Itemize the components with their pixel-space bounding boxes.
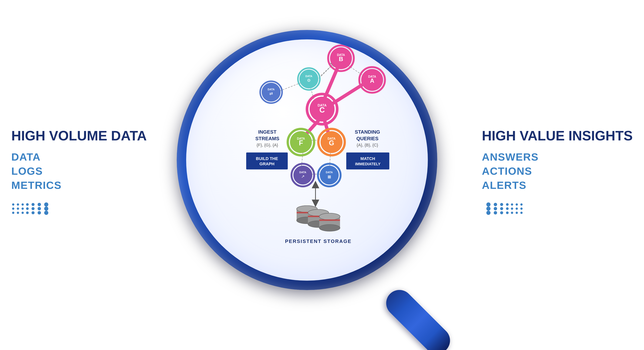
svg-point-102 [506,203,509,206]
svg-point-1 [17,203,19,206]
svg-text:B: B [339,56,343,62]
svg-text:STANDING: STANDING [355,129,380,135]
svg-text:GRAPH: GRAPH [260,162,274,166]
svg-rect-85 [319,219,340,221]
svg-text:A: A [370,77,374,84]
svg-point-99 [486,202,490,206]
svg-point-113 [486,211,490,215]
svg-text:DATA: DATA [268,88,274,91]
svg-point-20 [44,211,48,215]
svg-point-8 [17,207,19,210]
left-arrow-dots [11,201,53,218]
high-volume-title: HIGH VOLUME DATA [11,128,147,143]
svg-point-101 [500,203,503,206]
magnifier-inner-circle: DATA ⚙ DATA ⇄ DATA B DATA A [186,39,428,281]
svg-text:IMMEDIATELY: IMMEDIATELY [355,162,380,166]
svg-point-111 [516,207,518,210]
magnifier-container: DATA ⚙ DATA ⇄ DATA B DATA A [171,24,473,326]
left-items: DATA LOGS METRICS [11,151,147,191]
svg-point-17 [26,211,29,214]
svg-text:C: C [319,106,325,114]
svg-point-7 [12,207,14,210]
magnifier-handle [380,284,456,350]
svg-text:DATA: DATA [326,171,333,174]
svg-point-108 [500,207,503,210]
svg-point-12 [38,207,41,210]
svg-point-3 [26,203,29,206]
svg-point-18 [32,211,34,214]
svg-point-109 [506,207,509,210]
svg-point-83 [319,224,340,231]
right-items: ANSWERS ACTIONS ALERTS [482,151,633,191]
page-container: HIGH VOLUME DATA DATA LOGS METRICS [0,0,644,350]
svg-text:QUERIES: QUERIES [356,136,378,141]
svg-text:STREAMS: STREAMS [255,136,279,141]
svg-text:⚙: ⚙ [307,78,311,83]
svg-point-112 [520,207,522,210]
svg-text:BUILD THE: BUILD THE [256,156,278,161]
svg-point-84 [319,213,340,220]
svg-text:DATA: DATA [305,75,312,78]
svg-point-104 [516,203,518,206]
svg-point-11 [32,207,34,210]
svg-point-2 [22,203,24,206]
svg-point-119 [520,212,522,214]
right-item-actions: ACTIONS [482,165,633,177]
svg-point-19 [38,211,41,214]
svg-point-0 [12,203,14,206]
svg-rect-95 [346,153,389,170]
right-item-answers: ANSWERS [482,151,633,163]
graph-svg: DATA ⚙ DATA ⇄ DATA B DATA A [186,39,428,256]
svg-point-117 [511,212,513,214]
svg-rect-89 [246,153,288,170]
svg-point-100 [494,203,497,206]
svg-point-16 [22,212,24,214]
left-item-logs: LOGS [11,165,147,177]
svg-point-13 [44,206,48,211]
svg-text:MATCH: MATCH [360,156,375,161]
svg-text:{A}, {B}, {C}: {A}, {B}, {C} [357,143,378,147]
svg-point-103 [511,203,513,206]
svg-point-14 [12,212,14,214]
svg-point-10 [26,207,29,210]
left-item-data: DATA [11,151,147,163]
svg-text:F: F [299,139,303,147]
svg-point-115 [500,211,503,214]
svg-point-4 [32,203,34,206]
svg-text:PERSISTENT STORAGE: PERSISTENT STORAGE [285,238,352,244]
svg-point-110 [511,207,513,210]
right-arrow-dots [482,201,523,218]
left-panel: HIGH VOLUME DATA DATA LOGS METRICS [11,128,147,222]
svg-text:{F}, {G}, {A}: {F}, {G}, {A} [256,143,278,147]
right-item-alerts: ALERTS [482,179,633,191]
high-value-title: HIGH VALUE INSIGHTS [482,128,633,143]
svg-text:DATA: DATA [299,171,306,174]
svg-point-5 [38,203,41,206]
svg-point-116 [506,211,509,214]
svg-text:INGEST: INGEST [258,129,276,135]
svg-text:⇄: ⇄ [270,91,273,96]
svg-text:▦: ▦ [328,175,331,179]
svg-point-15 [17,212,19,214]
svg-point-114 [494,211,497,214]
svg-point-9 [22,207,24,210]
svg-text:G: G [329,139,334,147]
svg-point-107 [494,207,497,210]
svg-point-105 [520,203,522,206]
svg-point-6 [44,202,48,206]
svg-text:↗: ↗ [301,174,304,179]
right-panel: HIGH VALUE INSIGHTS ANSWERS ACTIONS ALER… [482,128,633,222]
left-item-metrics: METRICS [11,179,147,191]
svg-point-118 [516,212,518,214]
svg-point-106 [486,206,490,211]
